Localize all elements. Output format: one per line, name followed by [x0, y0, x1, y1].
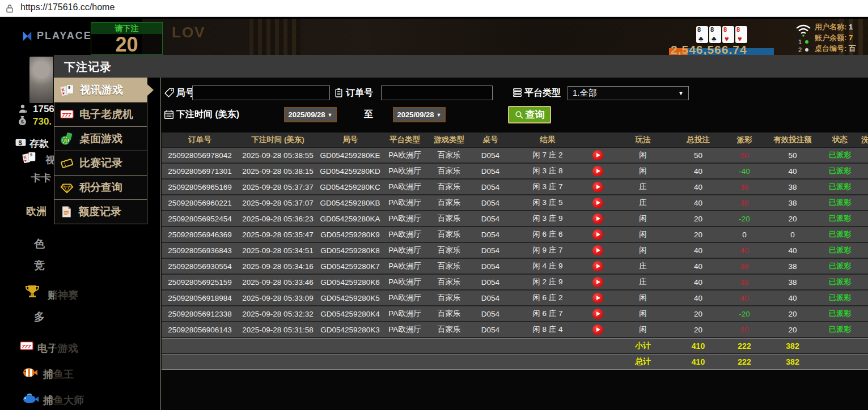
cell-table-number: D054: [471, 167, 510, 176]
menu-item-video-games[interactable]: K♥9 视讯游戏: [54, 78, 147, 103]
play-video-button[interactable]: [592, 213, 603, 224]
cell-round-number: GD054259280KE: [317, 151, 383, 160]
browser-address-bar[interactable]: https://175616.cc/home: [0, 0, 868, 17]
play-video-button[interactable]: [592, 229, 603, 240]
play-video-button[interactable]: [592, 261, 603, 271]
url-text[interactable]: https://175616.cc/home: [20, 2, 115, 12]
platform-type-select[interactable]: 1.全部 ▼: [568, 86, 689, 100]
cell-bet-time: 2025-09-28 05:32:32: [238, 310, 317, 318]
clownfish-icon[interactable]: [22, 364, 37, 380]
cell-valid-bet: 20: [767, 310, 819, 318]
order-number-input[interactable]: [381, 86, 493, 100]
order-number-label: 订单号: [346, 87, 373, 99]
cell-bet-type: 庄: [612, 261, 674, 271]
cell-order-number: 250928056952454: [162, 215, 238, 223]
deposit-button[interactable]: 存款: [29, 137, 49, 150]
subtotal-total-bet: 410: [674, 341, 722, 351]
cell-total-bet: 20: [674, 230, 722, 239]
playing-card: 8♣: [709, 26, 721, 43]
cell-valid-bet: 40: [767, 167, 819, 176]
cell-result: 闲 6 庄 7: [510, 309, 612, 319]
seat-dot-green: [805, 40, 808, 44]
lobby-item-kaka[interactable]: 卡卡: [31, 171, 51, 185]
cell-bet-type: 闲: [612, 213, 674, 224]
chevron-down-icon: ▼: [328, 112, 333, 118]
cell-bet-type: 闲: [612, 245, 674, 255]
play-video-button[interactable]: [592, 324, 603, 335]
cell-valid-bet: 38: [767, 262, 819, 271]
slots-777-icon[interactable]: 777: [19, 339, 34, 353]
search-button[interactable]: 查询: [508, 106, 551, 123]
wifi-icon: [795, 24, 812, 37]
play-icon: [596, 185, 600, 189]
cell-status: 已派彩: [819, 150, 861, 160]
cell-game-type: 百家乐: [427, 245, 471, 255]
playing-card: 8♥: [722, 26, 734, 43]
to-label: 至: [364, 109, 373, 121]
trophy-icon[interactable]: [24, 283, 41, 300]
play-icon: [596, 153, 600, 157]
result-text: 闲 7 庄 2: [532, 151, 562, 159]
cell-platform: PA欧洲厅: [383, 324, 427, 335]
play-video-button[interactable]: [592, 245, 603, 255]
lobby-item-duo[interactable]: 多: [34, 310, 45, 324]
play-video-button[interactable]: [592, 198, 603, 208]
cell-bet-time: 2025-09-28 05:34:51: [238, 246, 317, 255]
blue-fish-icon[interactable]: [22, 390, 39, 407]
menu-item-match-records[interactable]: 比赛记录: [54, 151, 147, 176]
lobby-item-jing[interactable]: 竞: [34, 258, 45, 273]
lobby-item-europe[interactable]: 欧洲: [26, 204, 46, 218]
cell-game-type: 百家乐: [427, 150, 471, 160]
menu-item-quota-records[interactable]: 额度记录: [54, 199, 147, 224]
clipboard-icon: [334, 88, 344, 97]
table-row: 250928056912338 2025-09-28 05:32:32 GD05…: [162, 306, 868, 322]
cell-bet-time: 2025-09-28 05:37:37: [238, 183, 317, 191]
cell-valid-bet: 38: [767, 199, 819, 207]
cell-platform: PA欧洲厅: [383, 245, 427, 255]
grand-total-payout: 222: [722, 357, 767, 366]
menu-item-points-query[interactable]: 积分查询: [54, 175, 147, 200]
filter-row-2: 下注时间 (美东) 2025/09/28▼ 至 2025/09/28▼ 查询: [161, 106, 868, 124]
play-video-button[interactable]: [592, 182, 603, 192]
cell-valid-bet: 40: [767, 246, 819, 255]
lobby-username: 1756: [33, 104, 54, 115]
cell-result: 闲 7 庄 2: [510, 150, 612, 160]
play-icon: [596, 264, 600, 268]
cell-order-number: 250928056946369: [162, 230, 238, 239]
play-video-button[interactable]: [592, 166, 603, 176]
deposit-icon[interactable]: $: [15, 136, 27, 148]
play-video-button[interactable]: [592, 150, 603, 160]
play-video-button[interactable]: [592, 309, 603, 319]
cell-result: 闲 8 庄 4: [510, 324, 612, 335]
svg-text:G: G: [63, 138, 67, 143]
cell-status: 已派彩: [819, 277, 861, 287]
date-from-select[interactable]: 2025/09/28▼: [284, 107, 337, 122]
menu-item-table-games[interactable]: G 桌面游戏: [54, 126, 147, 151]
svg-text:777: 777: [22, 343, 31, 349]
cell-round-number: GD054259280KB: [317, 199, 383, 207]
seat-1: 1: [798, 39, 812, 45]
cell-status: 已派彩: [819, 309, 861, 319]
gem-icon: [60, 180, 74, 195]
cell-total-bet: 40: [674, 167, 722, 176]
cell-bet-time: 2025-09-28 05:38:15: [238, 167, 317, 176]
result-text: 闲 3 庄 7: [532, 182, 562, 191]
video-games-icon[interactable]: K♥9: [22, 150, 37, 165]
cell-order-number: 250928056936843: [162, 246, 238, 255]
user-icon: [18, 104, 28, 114]
cell-table-number: D054: [471, 183, 510, 191]
lobby-item-se[interactable]: 色: [34, 237, 45, 251]
round-number-input[interactable]: [192, 86, 330, 100]
menu-item-slots[interactable]: 777 电子老虎机: [54, 102, 147, 127]
play-video-button[interactable]: [592, 293, 603, 303]
table-row: 250928056906143 2025-09-28 05:31:58 GD05…: [162, 322, 868, 338]
menu-item-label: 积分查询: [79, 180, 122, 195]
cell-total-bet: 40: [674, 262, 722, 271]
play-video-button[interactable]: [592, 277, 603, 287]
grand-total-label: 总计: [612, 357, 674, 367]
result-text: 闲 6 庄 7: [532, 309, 562, 318]
cell-bet-time: 2025-09-28 05:37:07: [238, 199, 317, 207]
tag-icon: [164, 88, 174, 97]
search-icon: [515, 110, 524, 119]
date-to-select[interactable]: 2025/09/28▼: [393, 107, 446, 122]
